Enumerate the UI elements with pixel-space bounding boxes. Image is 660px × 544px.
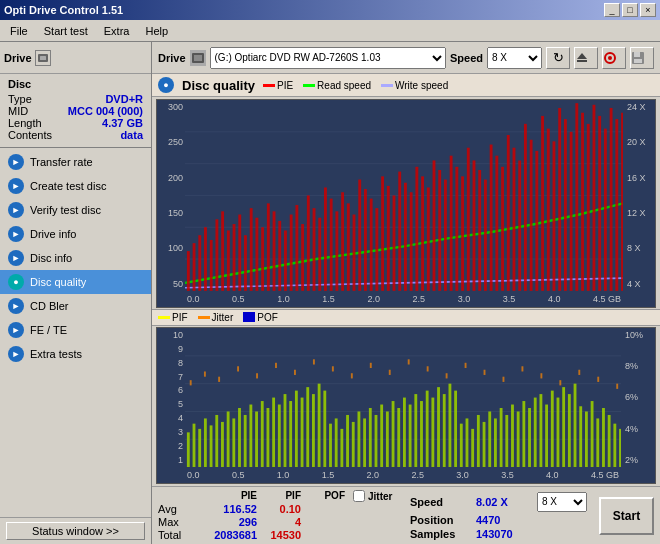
- menu-help[interactable]: Help: [137, 23, 176, 39]
- svg-rect-178: [256, 373, 258, 378]
- close-button[interactable]: ×: [640, 3, 656, 17]
- svg-rect-165: [574, 384, 577, 467]
- pie-header: PIE: [197, 490, 257, 502]
- y1-150: 150: [159, 208, 183, 218]
- stats-total-row: Total 2083681 14530: [158, 529, 392, 541]
- sidebar-item-drive-info[interactable]: ► Drive info: [0, 222, 151, 246]
- sidebar-item-create-test-disc[interactable]: ► Create test disc: [0, 174, 151, 198]
- svg-rect-176: [218, 377, 220, 382]
- svg-rect-142: [443, 394, 446, 467]
- drive-bar-icon: [190, 50, 206, 66]
- extra-tests-label: Extra tests: [30, 348, 82, 360]
- menu-start-test[interactable]: Start test: [36, 23, 96, 39]
- disc-title: Disc: [8, 78, 143, 90]
- disc-length-label: Length: [8, 117, 42, 129]
- svg-rect-77: [535, 151, 538, 291]
- speed-stat-select[interactable]: 8 X: [537, 492, 587, 512]
- svg-rect-190: [484, 370, 486, 375]
- disc-mid-label: MID: [8, 105, 28, 117]
- svg-rect-116: [295, 390, 298, 467]
- chart1-x-axis: 0.0 0.5 1.0 1.5 2.0 2.5 3.0 3.5 4.0 4.5 …: [185, 291, 623, 307]
- svg-rect-129: [369, 408, 372, 467]
- total-label: Total: [158, 529, 193, 541]
- minimize-button[interactable]: _: [604, 3, 620, 17]
- samples-label: Samples: [410, 528, 470, 540]
- svg-rect-3: [194, 55, 202, 61]
- disc-contents-value: data: [120, 129, 143, 141]
- svg-rect-140: [431, 397, 434, 467]
- title-bar: Opti Drive Control 1.51 _ □ ×: [0, 0, 660, 20]
- svg-rect-189: [465, 363, 467, 368]
- sidebar-item-transfer-rate[interactable]: ► Transfer rate: [0, 150, 151, 174]
- legend-write-speed: Write speed: [381, 80, 448, 91]
- drive-row: Drive: [0, 42, 151, 74]
- svg-rect-56: [415, 167, 418, 291]
- status-window-button[interactable]: Status window >>: [6, 522, 145, 540]
- start-button[interactable]: Start: [599, 497, 654, 535]
- refresh-button[interactable]: ↻: [546, 47, 570, 69]
- total-pof: [305, 529, 345, 541]
- legend-jitter-color: [198, 316, 210, 319]
- jitter-checkbox[interactable]: [353, 490, 365, 502]
- svg-rect-164: [568, 394, 571, 467]
- svg-rect-127: [358, 411, 361, 467]
- svg-rect-18: [198, 235, 201, 291]
- create-test-disc-label: Create test disc: [30, 180, 106, 192]
- sidebar-item-verify-test-disc[interactable]: ► Verify test disc: [0, 198, 151, 222]
- sidebar-item-fe-te[interactable]: ► FE / TE: [0, 318, 151, 342]
- menu-file[interactable]: File: [2, 23, 36, 39]
- svg-rect-192: [521, 366, 523, 371]
- svg-rect-80: [553, 141, 556, 291]
- svg-rect-163: [562, 387, 565, 467]
- y1-50: 50: [159, 279, 183, 289]
- svg-rect-76: [530, 140, 533, 291]
- legend-write-speed-label: Write speed: [395, 80, 448, 91]
- svg-rect-122: [329, 424, 332, 467]
- svg-rect-133: [392, 401, 395, 467]
- disc-length-row: Length 4.37 GB: [8, 117, 143, 129]
- save-button[interactable]: [630, 47, 654, 69]
- y1r-20x: 20 X: [627, 137, 651, 147]
- sidebar-item-cd-bler[interactable]: ► CD Bler: [0, 294, 151, 318]
- sidebar-item-disc-info[interactable]: ► Disc info: [0, 246, 151, 270]
- svg-rect-152: [500, 408, 503, 467]
- svg-rect-156: [522, 401, 525, 467]
- legend-pie-label: PIE: [277, 80, 293, 91]
- svg-rect-161: [551, 390, 554, 467]
- svg-rect-187: [427, 366, 429, 371]
- y1-200: 200: [159, 173, 183, 183]
- fe-te-icon: ►: [8, 322, 24, 338]
- svg-rect-72: [507, 135, 510, 291]
- svg-rect-69: [490, 145, 493, 291]
- svg-rect-120: [318, 384, 321, 467]
- legend-pif: PIF: [158, 312, 188, 323]
- svg-rect-47: [364, 189, 367, 291]
- avg-pif: 0.10: [261, 503, 301, 515]
- sidebar-item-extra-tests[interactable]: ► Extra tests: [0, 342, 151, 366]
- svg-rect-154: [511, 404, 514, 467]
- create-test-disc-icon: ►: [8, 178, 24, 194]
- svg-rect-45: [353, 215, 356, 291]
- max-pie: 296: [197, 516, 257, 528]
- legend-pof-label: POF: [257, 312, 278, 323]
- svg-rect-33: [284, 230, 287, 290]
- speed-select[interactable]: 8 X: [487, 47, 542, 69]
- speed-label: Speed: [450, 52, 483, 64]
- svg-rect-38: [313, 208, 316, 291]
- svg-rect-102: [215, 415, 218, 467]
- burn-button[interactable]: [602, 47, 626, 69]
- svg-rect-22: [221, 211, 224, 291]
- eject-button[interactable]: [574, 47, 598, 69]
- menu-extra[interactable]: Extra: [96, 23, 138, 39]
- svg-rect-28: [255, 218, 258, 291]
- svg-rect-181: [313, 359, 315, 364]
- svg-rect-117: [301, 397, 304, 467]
- sidebar-item-disc-quality[interactable]: ● Disc quality: [0, 270, 151, 294]
- maximize-button[interactable]: □: [622, 3, 638, 17]
- total-pie: 2083681: [197, 529, 257, 541]
- svg-rect-141: [437, 387, 440, 467]
- svg-rect-101: [210, 425, 213, 467]
- pof-header: POF: [305, 490, 345, 502]
- legend2-header: PIF Jitter POF: [152, 309, 660, 326]
- drive-select[interactable]: (G:) Optiarc DVD RW AD-7260S 1.03: [210, 47, 446, 69]
